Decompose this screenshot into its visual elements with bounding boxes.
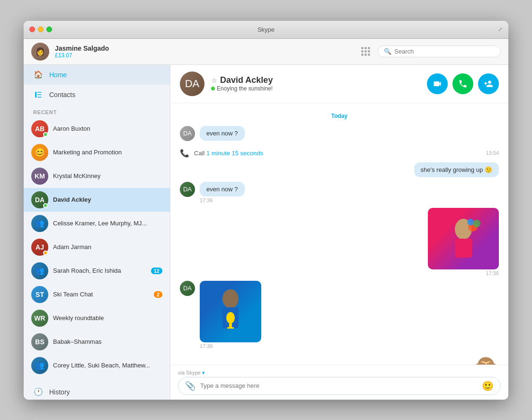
avatar-initials: KM (31, 168, 48, 185)
sidebar: 🏠 Home Contacts RECENT AB Aaron Buxton (24, 65, 170, 400)
chat-contact-avatar: DA (180, 71, 204, 96)
chat-input-area: via Skype ▾ 📎 🙂 (170, 365, 508, 400)
sidebar-item-contacts-label: Contacts (49, 91, 75, 98)
contact-avatar: AJ (31, 239, 48, 256)
sidebar-item-history-label: History (49, 388, 70, 396)
history-icon: 🕐 (33, 387, 44, 397)
search-bar[interactable]: 🔍 (378, 45, 501, 57)
msg-avatar: DA (180, 281, 195, 296)
list-item[interactable]: ST Ski Team Chat 2 (24, 283, 170, 306)
message-bubble: even now ? (200, 182, 245, 197)
emoji-sticker: 🙈 (473, 354, 499, 365)
contact-name: Aaron Buxton (53, 125, 162, 132)
contact-name: Adam Jarman (53, 243, 162, 250)
chat-contact-info: ☆ David Ackley Enoying the sunshine! (211, 75, 420, 92)
contact-avatar: BS (31, 333, 48, 350)
contact-name: Weekly roundtable (53, 314, 162, 322)
message-row: DA even now ? 17:36 (180, 182, 499, 203)
chat-area: DA ☆ David Ackley Enoying the sunshine! (170, 65, 508, 400)
user-name: Jasmine Salgado (55, 45, 355, 52)
contact-avatar: 😊 (31, 144, 48, 161)
image-girl (428, 208, 499, 269)
chat-header: DA ☆ David Ackley Enoying the sunshine! (170, 65, 508, 103)
contact-avatar: ST (31, 286, 48, 303)
svg-point-12 (226, 312, 235, 323)
chat-actions (427, 73, 499, 94)
minimize-button[interactable] (38, 27, 44, 32)
sidebar-item-home-label: Home (49, 71, 67, 79)
svg-point-7 (473, 220, 480, 227)
main-content: 🏠 Home Contacts RECENT AB Aaron Buxton (24, 65, 508, 400)
contact-avatar: DA (31, 191, 48, 208)
search-input[interactable] (394, 48, 495, 55)
list-item[interactable]: 😊 Marketing and Promotion (24, 141, 170, 164)
avatar-emoji: 😊 (31, 144, 48, 161)
titlebar-right-icon: ⤢ (498, 26, 503, 33)
avatar-emoji: 👥 (31, 215, 48, 232)
contact-name: Sarah Roach, Eric Ishida (53, 267, 146, 274)
status-indicator (43, 132, 48, 137)
contact-name: Babak–Shammas (53, 338, 162, 345)
avatar-image: 👩 (31, 43, 49, 61)
list-item[interactable]: 👥 Celisse Kramer, Lee Murphy, MJ... (24, 212, 170, 235)
user-credit: £13.07 (55, 52, 355, 59)
message-row: DA (180, 281, 499, 349)
close-button[interactable] (29, 27, 35, 32)
svg-rect-2 (37, 94, 42, 95)
contact-avatar: KM (31, 168, 48, 185)
maximize-button[interactable] (46, 27, 52, 32)
message-row: DA even now ? (180, 126, 499, 141)
grid-icon[interactable] (361, 47, 370, 56)
video-call-button[interactable] (427, 73, 448, 94)
add-contact-button[interactable] (478, 73, 499, 94)
message-time: 17:36 (428, 270, 499, 276)
avatar-initials: ST (31, 286, 48, 303)
list-item[interactable]: 👥 Corey Little, Suki Beach, Matthew... (24, 354, 170, 377)
sidebar-item-home[interactable]: 🏠 Home (24, 65, 170, 85)
svg-rect-14 (227, 327, 234, 329)
svg-rect-0 (35, 92, 36, 98)
traffic-lights (29, 27, 52, 32)
voice-call-button[interactable] (452, 73, 473, 94)
status-indicator (43, 250, 48, 255)
emoji-button[interactable]: 🙂 (482, 380, 494, 392)
contact-name: Ski Team Chat (53, 291, 149, 298)
star-icon[interactable]: ☆ (211, 77, 217, 84)
sidebar-item-history[interactable]: 🕐 History (24, 382, 170, 400)
list-item[interactable]: AB Aaron Buxton (24, 117, 170, 141)
list-item[interactable]: WR Weekly roundtable (24, 306, 170, 330)
list-item[interactable]: 👥 Sarah Roach, Eric Ishida 12 (24, 259, 170, 283)
via-skype-label: via Skype ▾ (178, 370, 501, 376)
msg-content: she's really growing up 🙂 (414, 162, 499, 177)
list-item[interactable]: AJ Adam Jarman (24, 235, 170, 259)
list-item[interactable]: BS Babak–Shammas (24, 330, 170, 354)
call-time: 13:54 (486, 150, 499, 156)
message-bubble: even now ? (200, 126, 245, 141)
contact-avatar: 👥 (31, 215, 48, 232)
list-item[interactable]: DA David Ackley (24, 188, 170, 212)
message-row: she's really growing up 🙂 (180, 162, 499, 177)
topbar-actions: 🔍 (361, 45, 501, 57)
msg-avatar: DA (180, 182, 195, 197)
titlebar: Skype ⤢ (24, 21, 508, 39)
unread-badge: 2 (154, 291, 162, 298)
svg-rect-1 (37, 92, 42, 93)
call-icon: 📞 (180, 149, 189, 158)
message-input[interactable] (200, 382, 477, 389)
sidebar-item-contacts[interactable]: Contacts (24, 85, 170, 105)
skype-dropdown-icon[interactable]: ▾ (202, 370, 205, 376)
list-item[interactable]: KM Krystal McKinney (24, 164, 170, 188)
msg-content: 🙈 17:36 (473, 354, 499, 365)
recent-label: RECENT (24, 105, 170, 117)
contact-name: Corey Little, Suki Beach, Matthew... (53, 362, 162, 369)
chat-avatar-initials: DA (185, 78, 200, 90)
message-row: 🙈 17:36 (180, 354, 499, 365)
messages-container: Today DA even now ? 📞 Call 1 minute 15 s… (170, 103, 508, 365)
call-duration: 1 minute 15 seconds (206, 150, 263, 157)
msg-content: even now ? 17:36 (200, 182, 245, 203)
avatar-initials: WR (31, 310, 48, 327)
avatar: 👩 (31, 43, 49, 61)
image-message (428, 208, 499, 269)
image-message (200, 281, 261, 342)
attach-button[interactable]: 📎 (185, 381, 195, 391)
